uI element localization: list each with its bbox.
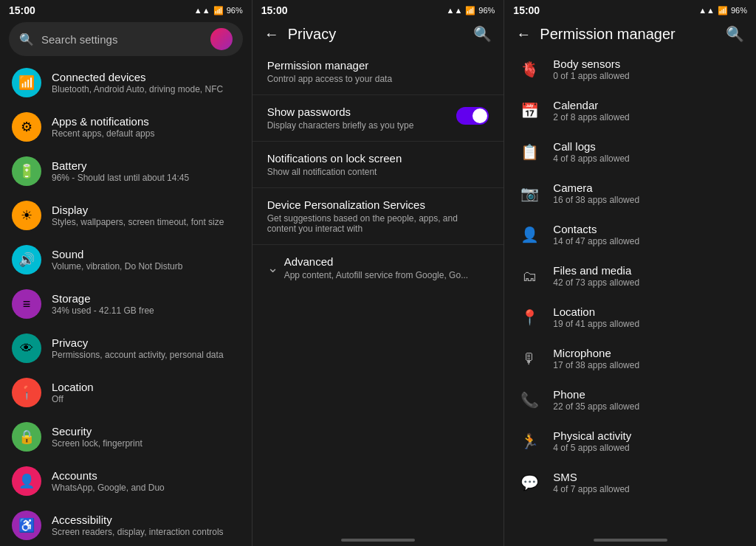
- item-icon: 📶: [12, 68, 41, 97]
- item-icon: ☀: [12, 201, 41, 230]
- perm-subtitle: 4 of 8 apps allowed: [553, 153, 744, 164]
- privacy-item-subtitle: Get suggestions based on the people, app…: [267, 213, 489, 234]
- status-icons-3: ▲▲ 📶 96%: [698, 6, 747, 15]
- item-icon: ♿: [12, 511, 41, 540]
- settings-item[interactable]: 👤 Accounts WhatsApp, Google, and Duo: [0, 459, 252, 503]
- privacy-item-toggle[interactable]: Show passwords Display characters briefl…: [252, 95, 504, 142]
- permission-item[interactable]: 📞 Phone 22 of 35 apps allowed: [504, 379, 756, 421]
- item-icon: ≡: [12, 289, 41, 319]
- privacy-item-subtitle: Show all notification content: [267, 167, 489, 177]
- perm-subtitle: 0 of 1 apps allowed: [553, 71, 744, 81]
- item-title: Sound: [52, 248, 240, 260]
- settings-item[interactable]: 🔋 Battery 96% - Should last until about …: [0, 149, 252, 193]
- perm-text: Files and media 42 of 73 apps allowed: [553, 264, 744, 288]
- permission-item[interactable]: 👤 Contacts 14 of 47 apps allowed: [504, 214, 756, 255]
- home-indicator-3: [504, 534, 756, 546]
- item-subtitle: Volume, vibration, Do Not Disturb: [52, 261, 240, 272]
- settings-item[interactable]: 🔊 Sound Volume, vibration, Do Not Distur…: [0, 238, 252, 282]
- item-subtitle: 34% used - 42.11 GB free: [52, 305, 240, 316]
- perm-icon: 📍: [516, 304, 543, 331]
- item-icon: 📍: [12, 378, 41, 407]
- privacy-item-title: Permission manager: [267, 59, 489, 72]
- permission-item[interactable]: 📷 Camera 16 of 38 apps allowed: [504, 173, 756, 214]
- perm-subtitle: 4 of 5 apps allowed: [553, 443, 744, 453]
- perm-title: Physical activity: [553, 429, 744, 442]
- settings-item[interactable]: ≡ Storage 34% used - 42.11 GB free: [0, 282, 252, 326]
- permission-item[interactable]: 🗂 Files and media 42 of 73 apps allowed: [504, 255, 756, 297]
- wifi-icon-3: ▲▲: [698, 6, 715, 15]
- back-icon-perm[interactable]: ←: [516, 26, 531, 43]
- status-bar-3: 15:00 ▲▲ 📶 96%: [504, 0, 756, 19]
- back-icon[interactable]: ←: [264, 26, 279, 43]
- item-title: Location: [52, 381, 240, 393]
- search-icon-privacy[interactable]: 🔍: [473, 25, 492, 43]
- privacy-item-title: Device Personalization Services: [267, 198, 489, 211]
- perm-text: Microphone 17 of 38 apps allowed: [553, 347, 744, 370]
- search-icon-perm[interactable]: 🔍: [726, 25, 744, 43]
- item-title: Security: [52, 425, 240, 438]
- perm-text: Call logs 4 of 8 apps allowed: [553, 140, 744, 164]
- search-placeholder[interactable]: Search settings: [41, 33, 203, 46]
- privacy-item-title: Show passwords: [267, 106, 414, 118]
- perm-text: Location 19 of 41 apps allowed: [553, 305, 744, 329]
- signal-icon: 📶: [213, 6, 224, 15]
- item-text: Display Styles, wallpapers, screen timeo…: [52, 204, 240, 227]
- item-text: Apps & notifications Recent apps, defaul…: [52, 115, 240, 139]
- settings-item[interactable]: ⚙ Apps & notifications Recent apps, defa…: [0, 105, 252, 149]
- perm-title: Phone: [553, 388, 744, 401]
- perm-text: Calendar 2 of 8 apps allowed: [553, 99, 744, 122]
- item-title: Display: [52, 204, 240, 216]
- perm-text: SMS 4 of 7 apps allowed: [553, 471, 744, 494]
- permission-item[interactable]: 🏃 Physical activity 4 of 5 apps allowed: [504, 421, 756, 462]
- search-icon: 🔍: [19, 32, 34, 46]
- item-icon: 🔊: [12, 245, 41, 274]
- settings-item[interactable]: 👁 Privacy Permissions, account activity,…: [0, 326, 252, 370]
- item-title: Accounts: [52, 469, 240, 482]
- signal-icon-2: 📶: [465, 6, 475, 15]
- home-bar-2: [341, 539, 415, 542]
- time-1: 15:00: [9, 4, 35, 16]
- settings-item[interactable]: 📶 Connected devices Bluetooth, Android A…: [0, 61, 252, 105]
- advanced-text: Advanced App content, Autofill service f…: [284, 255, 468, 280]
- perm-subtitle: 22 of 35 apps allowed: [553, 401, 744, 412]
- item-subtitle: Bluetooth, Android Auto, driving mode, N…: [52, 84, 240, 94]
- time-3: 15:00: [513, 4, 540, 16]
- perm-icon: 🏃: [516, 428, 543, 455]
- privacy-item[interactable]: Permission manager Control app access to…: [252, 49, 504, 95]
- perm-title: Location: [553, 305, 744, 318]
- settings-item[interactable]: 📍 Location Off: [0, 370, 252, 415]
- settings-item[interactable]: 🔒 Security Screen lock, fingerprint: [0, 415, 252, 459]
- privacy-advanced-item[interactable]: ⌄ Advanced App content, Autofill service…: [252, 245, 504, 291]
- permission-item[interactable]: 📋 Call logs 4 of 8 apps allowed: [504, 131, 756, 173]
- perm-subtitle: 17 of 38 apps allowed: [553, 360, 744, 370]
- header-left: ← Privacy: [264, 26, 337, 43]
- permission-item[interactable]: 🎙 Microphone 17 of 38 apps allowed: [504, 338, 756, 379]
- toggle-knob: [472, 108, 487, 123]
- permission-item[interactable]: 💬 SMS 4 of 7 apps allowed: [504, 462, 756, 503]
- privacy-title: Privacy: [288, 26, 337, 43]
- home-indicator-2: [252, 534, 504, 546]
- item-subtitle: Off: [52, 394, 240, 404]
- perm-icon: 📷: [516, 180, 543, 207]
- toggle-switch[interactable]: [456, 107, 489, 125]
- battery-2: 96%: [478, 6, 495, 15]
- settings-item[interactable]: ☀ Display Styles, wallpapers, screen tim…: [0, 193, 252, 238]
- privacy-panel: 15:00 ▲▲ 📶 96% ← Privacy 🔍 Permission ma…: [252, 0, 505, 546]
- permission-title: Permission manager: [540, 26, 675, 43]
- item-icon: ⚙: [12, 112, 41, 142]
- search-bar[interactable]: 🔍 Search settings: [9, 22, 243, 56]
- item-text: Privacy Permissions, account activity, p…: [52, 336, 240, 360]
- permission-item[interactable]: 🫀 Body sensors 0 of 1 apps allowed: [504, 49, 756, 90]
- item-title: Apps & notifications: [52, 115, 240, 128]
- item-subtitle: Styles, wallpapers, screen timeout, font…: [52, 217, 240, 227]
- perm-icon: 🫀: [516, 56, 543, 83]
- perm-text: Camera 16 of 38 apps allowed: [553, 182, 744, 205]
- privacy-item[interactable]: Notifications on lock screen Show all no…: [252, 142, 504, 188]
- permission-item[interactable]: 📅 Calendar 2 of 8 apps allowed: [504, 90, 756, 131]
- settings-item[interactable]: ♿ Accessibility Screen readers, display,…: [0, 503, 252, 546]
- privacy-item[interactable]: Device Personalization Services Get sugg…: [252, 188, 504, 245]
- perm-icon: 📋: [516, 139, 543, 165]
- item-title: Privacy: [52, 336, 240, 349]
- permission-item[interactable]: 📍 Location 19 of 41 apps allowed: [504, 297, 756, 338]
- privacy-item-subtitle: Display characters briefly as you type: [267, 120, 414, 131]
